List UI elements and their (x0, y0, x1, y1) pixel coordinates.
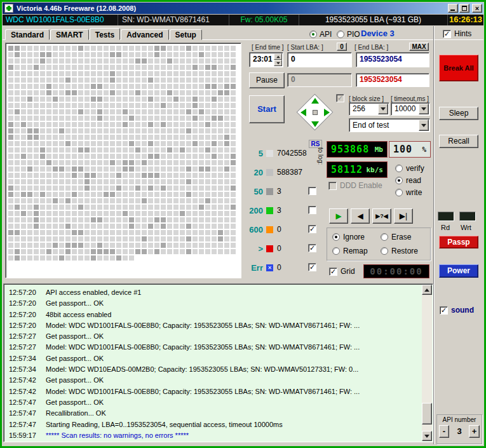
drive-info-bar: WDC WD1001FALS-00E8B0 SN: WD-WMATV867146… (3, 15, 483, 25)
write-led-display (459, 212, 476, 221)
clock: 16:26:13 (448, 15, 483, 25)
scroll-down-button[interactable] (422, 431, 432, 441)
timeout-value: 10000 (395, 104, 415, 113)
action-ignore-radio[interactable]: Ignore (332, 233, 365, 241)
tab-advanced[interactable]: Advanced (121, 29, 168, 40)
legend-log-checkbox[interactable]: ✓ (308, 225, 316, 233)
scrollbar-thumb[interactable] (422, 403, 432, 424)
log-message: Model: WDC WD1001FALS-00E8B0; Capacity: … (46, 342, 360, 353)
access-verify-radio[interactable]: verify (395, 164, 424, 173)
grid-checkbox[interactable]: ✓ Grid (329, 267, 355, 276)
radio-icon (395, 189, 403, 196)
scan-blocks (8, 46, 238, 262)
tab-setup[interactable]: Setup (170, 29, 202, 40)
log-timestamp: 15:59:17 (9, 430, 46, 440)
api-number-minus-button[interactable]: - (439, 425, 449, 438)
checkbox-icon: ✓ (440, 306, 448, 315)
ddd-enable-label: DDD Enable (340, 181, 382, 190)
scroll-up-button[interactable] (422, 285, 432, 295)
sleep-button[interactable]: Sleep (439, 107, 478, 120)
legend-log-checkbox[interactable] (308, 187, 316, 195)
log-message: ***** Scan results: no warnings, no erro… (46, 430, 189, 440)
maximize-button[interactable] (459, 4, 469, 13)
window-title: Victoria 4.46b Freeware (12.08.2008) (17, 4, 448, 12)
timeout-select[interactable]: 10000 (391, 102, 430, 116)
end-action-select[interactable]: End of test (349, 118, 430, 132)
tab-tests[interactable]: Tests (90, 28, 120, 40)
legend-log-checkbox[interactable]: ✓ (308, 244, 316, 252)
access-write-radio[interactable]: write (395, 188, 422, 197)
api-number-plus-button[interactable]: + (469, 425, 480, 438)
ddd-enable-checkbox[interactable]: DDD Enable (328, 181, 382, 190)
timer-value: 00:00:00 (370, 266, 422, 276)
log-line: 12:57:2048bit access enabled (9, 309, 421, 320)
radio-icon (395, 177, 403, 184)
tab-smart[interactable]: SMART (50, 29, 89, 40)
checkbox-icon: ✓ (329, 268, 337, 276)
legend-row-600: 6000✓ (246, 225, 327, 234)
legend-row-20: 20588387 (246, 168, 327, 177)
access-write-label: write (406, 188, 422, 197)
sound-label: sound (451, 306, 474, 315)
radio-icon (332, 233, 340, 241)
log-message: Get passport... OK (46, 397, 104, 408)
end-lba-label: [ End LBA: ] (354, 44, 388, 51)
dropdown-button[interactable] (419, 119, 429, 131)
power-button[interactable]: Power (439, 264, 478, 278)
log-scrollbar[interactable] (422, 285, 432, 441)
log-line: 12:57:42Get passport... OK (9, 375, 421, 386)
legend-color-swatch: ✕ (266, 264, 273, 271)
log-timestamp: 12:57:42 (9, 386, 46, 397)
action-restore-label: Restore (391, 247, 418, 255)
arrow-pad-checkbox[interactable]: ✓ (336, 94, 344, 102)
dropdown-button[interactable] (378, 104, 388, 114)
reset-start-lba-button[interactable]: 0 (337, 43, 347, 51)
legend-row->: >0✓ (246, 244, 327, 253)
log-timestamp: 12:57:42 (9, 375, 46, 386)
tab-standard[interactable]: Standard (5, 29, 50, 40)
log-message: Model: WDC WD10EADS-00M2B0; Capacity: 19… (46, 364, 358, 375)
log-timestamp: 12:57:47 (9, 397, 46, 408)
log-line: 12:57:20Model: WDC WD1001FALS-00E8B0; Ca… (9, 320, 421, 331)
legend-count: 0 (277, 244, 281, 253)
log-panel: 12:57:20API access enabled, device #112:… (3, 283, 433, 442)
end-lba-input[interactable]: 1953523054 (356, 52, 429, 67)
play-button[interactable]: ▶ (329, 208, 348, 224)
passport-button[interactable]: Passp (439, 236, 478, 248)
read-back-button[interactable]: ◀ (351, 208, 370, 224)
action-erase-label: Erase (391, 233, 411, 241)
sound-checkbox[interactable]: ✓ sound (440, 306, 474, 315)
drive-model: WDC WD1001FALS-00E8B0 (3, 15, 118, 25)
percent-display: 100 % (389, 141, 431, 158)
legend-threshold: 200 (246, 206, 263, 215)
close-button[interactable]: × (472, 4, 482, 13)
log-line: 12:57:34Get passport... OK (9, 353, 421, 364)
log-timestamp: 12:57:34 (9, 364, 46, 375)
log-message: Get passport... OK (46, 298, 104, 309)
block-size-select[interactable]: 256 (349, 102, 389, 116)
hints-checkbox[interactable]: ✓ Hints (443, 29, 471, 38)
window-body: Victoria 4.46b Freeware (12.08.2008) × W… (2, 2, 484, 446)
timeout-label: [ timeout,ms ] (391, 95, 429, 102)
seek-end-button[interactable]: ▶| (394, 208, 413, 224)
action-restore-radio[interactable]: Restore (381, 247, 418, 255)
access-read-radio[interactable]: read (395, 176, 421, 185)
dropdown-button[interactable] (419, 104, 429, 114)
action-erase-radio[interactable]: Erase (381, 233, 411, 241)
grid-label: Grid (341, 267, 355, 276)
read-led-display (438, 212, 454, 221)
recall-button[interactable]: Recall (439, 135, 478, 148)
break-all-button[interactable]: Break All (439, 55, 478, 81)
random-seek-button[interactable]: ▶?◀ (372, 208, 391, 224)
action-remap-radio[interactable]: Remap (332, 247, 368, 255)
pio-mode-radio[interactable]: PIO (337, 30, 360, 39)
speed-display: 58112 kb/s (327, 161, 388, 178)
action-ignore-label: Ignore (343, 233, 365, 241)
legend-log-checkbox[interactable] (308, 206, 316, 214)
minimize-button[interactable] (448, 4, 458, 13)
log-timestamp: 12:57:47 (9, 419, 46, 430)
log-message: Get passport... OK (46, 331, 104, 342)
max-lba-button[interactable]: MAX (409, 43, 429, 51)
legend-color-swatch (266, 226, 273, 233)
legend-log-checkbox[interactable]: ✓ (308, 263, 316, 271)
